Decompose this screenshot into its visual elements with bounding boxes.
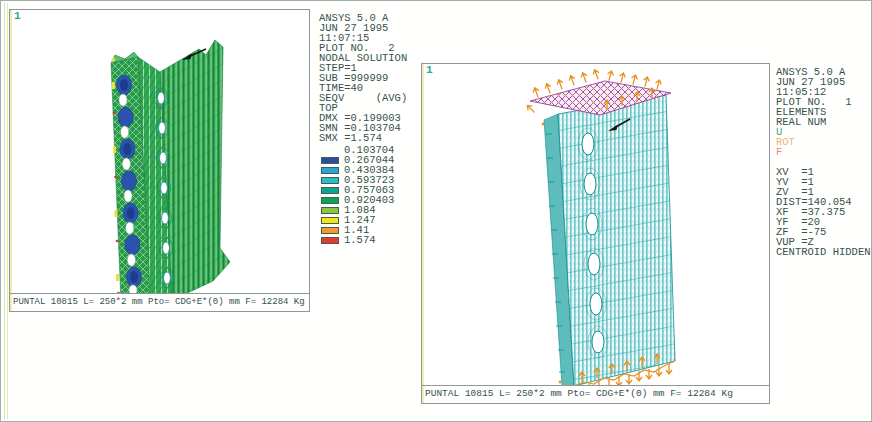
right-info-lines: ANSYS 5.0 AJUN 27 199511:05:12PLOT NO. 1… [776, 67, 872, 127]
legend-color-swatch [321, 227, 339, 234]
dof-label: ROT [776, 137, 872, 147]
right-info-block: ANSYS 5.0 AJUN 27 199511:05:12PLOT NO. 1… [776, 67, 872, 257]
left-caption: PUNTAL 10815 L= 250*2 mm Pto= CDG+E*(0) … [10, 293, 309, 311]
legend-value-label: 1.574 [344, 235, 376, 245]
legend-color-swatch [321, 207, 339, 214]
legend-color-swatch [321, 197, 339, 204]
legend-color-swatch [321, 237, 339, 244]
centroid-status-line: CENTROID HIDDEN [776, 247, 872, 257]
left-info-lines: ANSYS 5.0 AJUN 27 199511:07:15PLOT NO. 2… [319, 13, 429, 143]
legend-row: 1.247 [319, 215, 429, 225]
dof-label-list: UROTF [776, 127, 872, 157]
legend-row: 1.574 [319, 235, 429, 245]
legend-color-swatch [321, 167, 339, 174]
info-line: SMX =1.574 [319, 133, 429, 143]
legend-color-swatch [321, 187, 339, 194]
legend-color-swatch [321, 217, 339, 224]
left-mesh-graphic [10, 10, 309, 294]
left-plot-window: 1 [9, 9, 310, 312]
legend-color-swatch [321, 157, 339, 164]
view-settings-lines: XV =1YV =1ZV =1DIST=140.054XF =37.375YF … [776, 167, 872, 247]
legend-swatch-empty [321, 147, 339, 154]
legend-color-swatch [321, 177, 339, 184]
dof-label: F [776, 147, 872, 157]
stress-legend: 0.103704 0.267044 0.430384 [319, 145, 429, 245]
right-plot-window: 1 [421, 63, 770, 404]
left-info-block: ANSYS 5.0 AJUN 27 199511:07:15PLOT NO. 2… [319, 13, 429, 245]
info-line: REAL NUM [776, 117, 872, 127]
ansys-screen: 1 [0, 0, 872, 422]
right-caption: PUNTAL 10815 L= 250*2 mm Pto= CDG+E*(0) … [422, 385, 769, 403]
legend-entries: 0.267044 0.430384 0.593723 0.757 [319, 155, 429, 245]
right-mesh-graphic [422, 64, 769, 386]
